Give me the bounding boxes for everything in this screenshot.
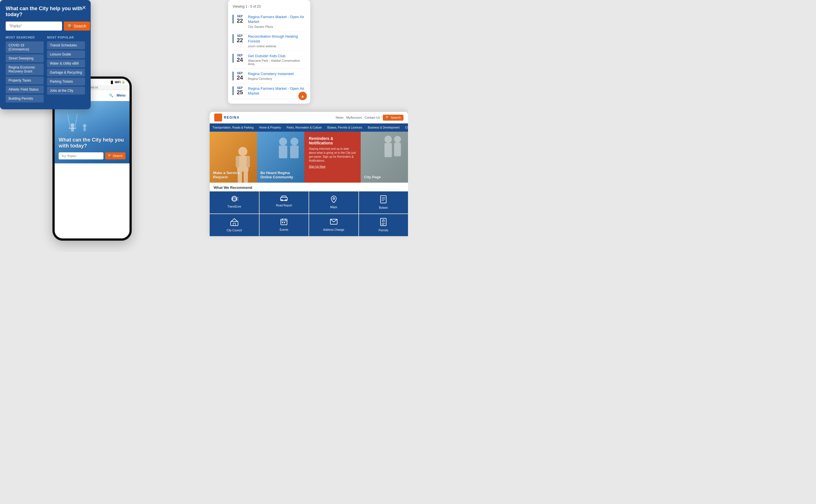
nav-item-business[interactable]: Business & Development [365, 123, 402, 132]
nav-item-home[interactable]: Home & Property [256, 123, 284, 132]
phone-menu-button[interactable]: Menu [117, 93, 125, 97]
search-item[interactable]: Parking Tickets [47, 78, 85, 86]
hero-card-city-page-label: City Page [364, 175, 381, 179]
event-date: SEP 22 [233, 34, 244, 43]
nav-item-bylaws[interactable]: Bylaws, Permits & Licences [324, 123, 365, 132]
svg-rect-27 [380, 196, 386, 203]
desktop-search-button[interactable]: 🔍 Search [383, 115, 403, 121]
desktop-logo-icon: R [214, 114, 222, 121]
event-date: SEP 24 [233, 54, 244, 63]
event-date: SEP 24 [233, 72, 244, 80]
desktop-topbar: R REGINA News MyAccount Contact Us 🔍 Sea… [210, 112, 408, 123]
city-council-label: City Council [227, 228, 242, 232]
search-overlay-title: What can the City help you with today? [6, 6, 85, 18]
wifi-icon: WiFi [115, 81, 121, 84]
event-title-link[interactable]: Regina Farmers Market - Open Air Market [248, 15, 306, 24]
event-info: Regina Cemetery Instameet Regina Cemeter… [248, 72, 294, 80]
permits-icon [380, 218, 387, 227]
search-item[interactable]: Athletic Field Status [6, 86, 44, 93]
svg-point-7 [238, 147, 247, 156]
hero-card-city-page[interactable]: City Page [361, 132, 408, 183]
event-item: SEP 24 Regina Cemetery Instameet Regina … [233, 69, 306, 84]
search-item[interactable]: Building Permits [6, 95, 44, 102]
phone-search-input[interactable] [59, 152, 103, 159]
search-item[interactable]: Leisure Guide [47, 50, 85, 58]
hero-card-service-label: Make a Service Request [213, 171, 253, 179]
search-icon: 🔍 [68, 24, 73, 28]
council-icon [230, 218, 238, 227]
search-item[interactable]: Jobs at the City [47, 87, 85, 95]
contact-link[interactable]: Contact Us [365, 116, 380, 119]
svg-rect-32 [233, 223, 235, 226]
nav-item-parks[interactable]: Parks, Recreation & Culture [284, 123, 324, 132]
svg-rect-20 [394, 143, 401, 156]
address-change-label: Address Change [323, 228, 344, 232]
be-heard-bg: Be Heard Regina Online Community [257, 132, 304, 183]
svg-rect-18 [384, 143, 392, 157]
signal-icon: ▐▌ [110, 81, 114, 84]
search-item[interactable]: Garbage & Recycling [47, 69, 85, 76]
svg-rect-8 [237, 156, 248, 172]
recommend-cell-events[interactable]: Events [259, 214, 309, 236]
search-item[interactable]: Street Sweeping [6, 54, 44, 62]
what-we-recommend-heading: What We Recommend [210, 183, 408, 191]
event-item: SEP 24 Get Outside! Kids Club Wascana Pa… [233, 51, 306, 69]
svg-rect-38 [284, 222, 285, 223]
news-link[interactable]: News [336, 116, 344, 119]
svg-rect-16 [290, 146, 299, 158]
desktop-top-links: News MyAccount Contact Us 🔍 Search [336, 115, 403, 121]
search-input[interactable] [6, 22, 62, 31]
hero-card-heard-label: Be Heard Regina Online Community [260, 171, 301, 179]
search-item[interactable]: Water & Utility eBill [47, 59, 85, 67]
recommend-cell-maps[interactable]: Maps [309, 191, 358, 213]
reminders-signup-link[interactable]: Sign Up Now [309, 165, 356, 168]
recommend-cell-permits[interactable]: Permits [359, 214, 408, 236]
event-title-link[interactable]: Regina Cemetery Instameet [248, 72, 294, 76]
close-button[interactable]: ✕ [82, 5, 86, 11]
reminders-text: Staying informed and up to date about wh… [309, 147, 356, 163]
hero-card-be-heard[interactable]: Be Heard Regina Online Community [257, 132, 304, 183]
search-item[interactable]: Property Taxes [6, 76, 44, 84]
most-searched-label: Most Searched [6, 36, 44, 39]
events-panel: Viewing 1 - 5 of 23 SEP 22 Regina Farmer… [228, 0, 310, 104]
city-page-bg: City Page [361, 132, 408, 183]
svg-point-19 [394, 136, 401, 143]
phone-hero: What can the City help you with today? 🔍… [55, 101, 129, 163]
phone-search-icon[interactable]: 🔍 [109, 93, 113, 97]
search-item[interactable]: COVID-19 (Coronavirus) [6, 41, 44, 53]
search-item[interactable]: Regina Economic Recovery Grant [6, 63, 44, 75]
event-info: Get Outside! Kids Club Wascana Park - Ha… [248, 54, 306, 66]
nav-item-city-gov[interactable]: City Government [402, 123, 408, 132]
recommend-cell-city-council[interactable]: City Council [210, 214, 259, 236]
most-popular-label: Most Popular [47, 36, 85, 39]
recommend-cell-transitlive[interactable]: TransitLive [210, 191, 259, 213]
events-label: Events [280, 228, 288, 232]
event-title-link[interactable]: Regina Farmers Market - Open Air Market [248, 86, 306, 96]
event-title-link[interactable]: Reconciliation through Healing Forests [248, 34, 306, 44]
recommend-cell-bylaws[interactable]: Bylaws [359, 191, 408, 213]
myaccount-link[interactable]: MyAccount [346, 116, 361, 119]
phone-hero-title: What can the City help you with today? [59, 137, 125, 149]
recommend-cell-road-report[interactable]: Road Report [259, 191, 309, 213]
phone-search-button[interactable]: 🔍 Search [105, 152, 125, 159]
bylaws-icon [380, 195, 387, 204]
desktop-navbar: Transportation, Roads & Parking Home & P… [210, 123, 408, 132]
search-submit-button[interactable]: 🔍 Search [64, 22, 90, 31]
event-item: SEP 25 Regina Farmers Market - Open Air … [233, 84, 306, 99]
hero-card-service-request[interactable]: Make a Service Request [210, 132, 257, 183]
events-icon [280, 218, 287, 226]
svg-rect-9 [236, 156, 239, 167]
event-title-link[interactable]: Get Outside! Kids Club [248, 54, 306, 59]
recommend-cell-address-change[interactable]: Address Change [309, 214, 358, 236]
svg-point-26 [333, 198, 334, 199]
transit-icon [230, 195, 238, 203]
search-item[interactable]: Transit Schedules [47, 41, 85, 49]
search-bar: 🔍 Search [6, 22, 85, 31]
phone-search-btn-icon: 🔍 [108, 154, 112, 157]
svg-rect-12 [244, 171, 248, 183]
svg-rect-4 [71, 127, 74, 131]
nav-item-transportation[interactable]: Transportation, Roads & Parking [210, 123, 256, 132]
phone-nav-icons: 🔍 Menu [109, 93, 125, 97]
hero-card-reminders[interactable]: Reminders & Notifications Staying inform… [304, 132, 361, 183]
users-svg [274, 134, 303, 168]
